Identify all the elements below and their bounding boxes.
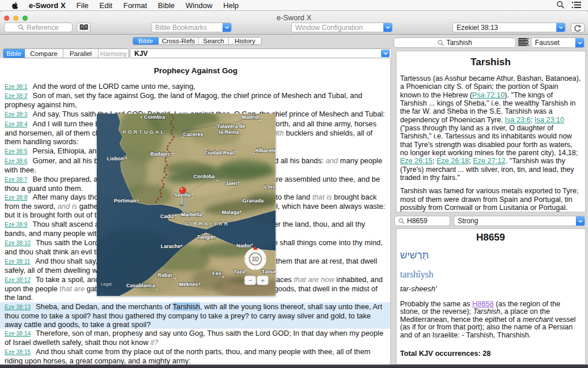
- map-label-malaga: Malaga: [222, 209, 240, 215]
- dictionary-pane[interactable]: Tarshish Tartessus (as Asshur became Ath…: [396, 51, 586, 212]
- scripture-link[interactable]: Isa 23:6: [505, 116, 530, 124]
- menu-app-name[interactable]: e-Sword X: [29, 1, 66, 10]
- screen: e-Sword XFileEditFormatBibleWindowHelp e…: [0, 0, 588, 368]
- map-label-taza: Taza: [233, 269, 245, 275]
- verse-ref-link[interactable]: Eze 38:14: [5, 331, 31, 337]
- verse-selector-value: Ezekiel 38:13: [457, 24, 498, 32]
- chevron-down-icon: [556, 23, 565, 32]
- strongs-hebrew-word: תַּרְשִׁישׁ: [400, 251, 581, 263]
- verse-ref-link[interactable]: Eze 38:7: [5, 177, 27, 183]
- svg-text:−: −: [248, 276, 252, 284]
- menu-item-format[interactable]: Format: [123, 1, 147, 10]
- verse-ref-link[interactable]: Eze 38:5: [5, 148, 27, 155]
- verse-eze-38-14[interactable]: Eze 38:14Therefore, son of man, prophesy…: [5, 329, 387, 347]
- map-city-dot: [245, 269, 247, 271]
- menu-item-file[interactable]: File: [77, 1, 89, 10]
- map-city-dot: [235, 151, 236, 152]
- sync-button[interactable]: [571, 23, 585, 33]
- map-overlay[interactable]: CoimbraMadridPORTUGALTalavera dela Reina…: [97, 114, 276, 296]
- verse-ref-link[interactable]: Eze 38:11: [5, 258, 30, 265]
- verse-ref-link[interactable]: Eze 38:8: [5, 194, 27, 201]
- map-city-dot: [198, 283, 200, 284]
- translation-dropdown[interactable]: KJV: [131, 48, 391, 58]
- verse-ref-link[interactable]: Eze 38:9: [5, 221, 27, 228]
- search-icon: [438, 40, 444, 46]
- strongs-pronunciation: tar-sheesh': [400, 285, 581, 294]
- menubar-list-icon[interactable]: [572, 1, 581, 10]
- view-tab-parallel[interactable]: Parallel: [63, 49, 99, 58]
- strongs-search-field[interactable]: H8659: [394, 216, 450, 226]
- reference-search-field[interactable]: Reference: [4, 22, 73, 32]
- map-label-fes: Fes: [212, 271, 221, 276]
- verse-eze-38-13[interactable]: Eze 38:13Sheba, and Dedan, and the merch…: [0, 302, 390, 329]
- verse-eze-38-2[interactable]: Eze 38:2Son of man, set thy face against…: [5, 91, 387, 109]
- verse-ref-link[interactable]: Eze 38:2: [5, 93, 27, 99]
- strongs-occurrences: Total KJV occurrences: 28: [400, 350, 581, 358]
- verse-selector-dropdown[interactable]: Ezekiel 38:13: [453, 22, 566, 32]
- verse-ref-link[interactable]: Eze 38:13: [5, 304, 31, 310]
- scripture-link[interactable]: Eze 26:15: [400, 157, 432, 165]
- svg-text:+: +: [261, 277, 265, 285]
- strongs-pane[interactable]: H8659 תַּרְשִׁישׁ tarshîysh tar-sheesh' …: [396, 228, 586, 365]
- map-label-taourirt: Taourirt: [262, 269, 276, 275]
- view-tab-bible[interactable]: Bible: [3, 49, 25, 58]
- tab-bible[interactable]: Bible: [133, 37, 159, 44]
- map-city-dot: [174, 277, 176, 279]
- verse-eze-38-1[interactable]: Eze 38:1And the word of the LORD came un…: [5, 82, 387, 91]
- verse-ref-link[interactable]: Eze 38:1: [5, 84, 27, 90]
- verse-ref-link[interactable]: Eze 38:4: [5, 121, 27, 127]
- translation-value: KJV: [134, 50, 148, 58]
- map-city-dot: [239, 211, 241, 212]
- tab-history[interactable]: History: [229, 37, 261, 44]
- topics-list-icon[interactable]: [518, 38, 529, 50]
- map-city-dot: [180, 245, 182, 246]
- map-label-talavera-de: Talavera de: [217, 123, 246, 129]
- window-bottom-edge: [0, 365, 588, 368]
- map-label-casablanca: Casablanca: [126, 283, 156, 288]
- map-label-rabat: Rabat: [157, 272, 172, 278]
- verse-eze-38-15[interactable]: Eze 38:15And thou shalt come from thy pl…: [5, 347, 387, 365]
- chevron-down-icon: [576, 216, 585, 226]
- macos-menu-bar: e-Sword XFileEditFormatBibleWindowHelp: [0, 0, 588, 11]
- tab-cross-refs[interactable]: Cross-Refs: [159, 37, 199, 44]
- menu-item-bible[interactable]: Bible: [158, 1, 175, 10]
- window-configuration-dropdown[interactable]: Window Configuration: [291, 22, 393, 32]
- map-city-dot: [216, 179, 218, 181]
- dictionary-source-dropdown[interactable]: Fausset: [531, 37, 585, 48]
- scripture-link[interactable]: Psa 72:10: [472, 91, 504, 99]
- apple-menu-icon[interactable]: [12, 1, 19, 10]
- map-legal-link[interactable]: Legal: [101, 281, 112, 287]
- dictionary-paragraph: Tartessus (as Asshur became Athur, Basha…: [400, 74, 581, 182]
- strongs-source-dropdown[interactable]: Strong: [454, 216, 585, 226]
- map-city-dot: [125, 157, 127, 159]
- view-tab-harmony[interactable]: Harmony: [99, 49, 129, 58]
- menu-item-window[interactable]: Window: [186, 1, 212, 10]
- verse-ref-link[interactable]: Eze 38:15: [5, 349, 31, 355]
- tab-search[interactable]: Search: [199, 37, 229, 44]
- map-city-dot: [202, 212, 203, 214]
- verse-ref-link[interactable]: Eze 38:12: [5, 277, 31, 283]
- scripture-link[interactable]: Eze 27:12: [473, 157, 506, 165]
- scripture-link[interactable]: Isa 23:10: [534, 116, 564, 124]
- window-right-edge: [586, 35, 588, 365]
- verse-ref-link[interactable]: Eze 38:10: [5, 240, 31, 246]
- map-city-dot: [172, 152, 174, 154]
- view-tab-compare[interactable]: Compare: [25, 49, 63, 58]
- menu-item-edit[interactable]: Edit: [100, 1, 112, 10]
- dictionary-search-field[interactable]: Tarshish: [394, 37, 516, 48]
- svg-text:3D: 3D: [252, 256, 259, 262]
- menu-item-help[interactable]: Help: [223, 1, 239, 10]
- scripture-link[interactable]: Eze 26:18: [436, 157, 469, 165]
- map-label-cordoba: Cordoba: [194, 174, 216, 179]
- map-label-nador: Nador: [236, 243, 252, 249]
- bible-books-button[interactable]: [77, 22, 91, 32]
- verse-ref-link[interactable]: Eze 38:6: [5, 158, 27, 164]
- bible-bookmarks-dropdown[interactable]: Bible Bookmarks: [151, 22, 232, 32]
- strongs-source-value: Strong: [458, 217, 478, 225]
- main-tab-bar: BibleCross-RefsSearchHistory: [133, 37, 262, 45]
- verse-ref-link[interactable]: Eze 38:3: [5, 111, 27, 118]
- menubar-search-icon[interactable]: [556, 1, 564, 10]
- strongs-link[interactable]: H8658: [472, 300, 493, 308]
- map-label-la-reina: la Reina: [219, 129, 240, 135]
- selected-word: Tarshish: [172, 302, 200, 311]
